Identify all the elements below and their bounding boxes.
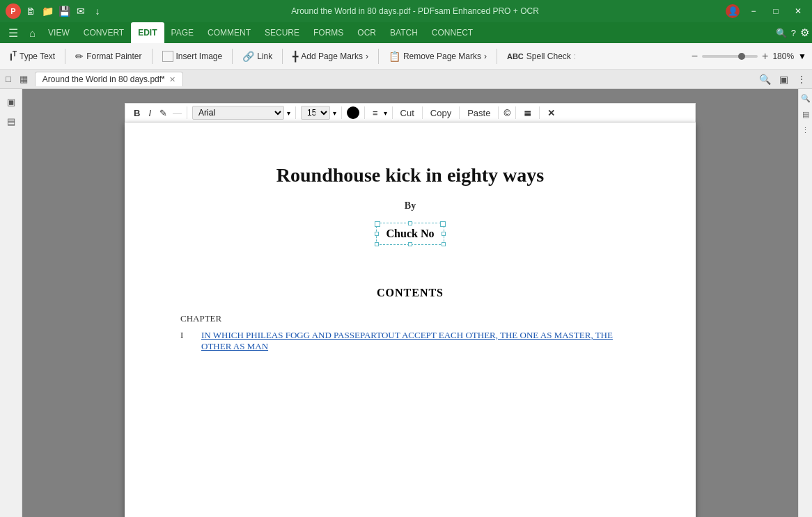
search-icon[interactable]: 🔍 [776,28,787,38]
close-format-bar-button[interactable]: ✕ [545,106,558,120]
doc-tab-close[interactable]: ✕ [169,75,175,84]
tab-search-icon[interactable]: 🔍 [756,72,774,86]
tab-view[interactable]: VIEW [41,22,77,43]
bookmark-panel-button[interactable]: ▤ [3,113,19,129]
page-icon[interactable]: □ [3,72,14,86]
author-container: Chuck No [180,223,640,245]
help-icon[interactable]: ? [791,28,796,38]
zoom-slider-thumb[interactable] [738,53,745,60]
left-sidebar: ▣ ▤ [0,89,22,517]
tab-comment[interactable]: COMMENT [201,22,258,43]
bold-button[interactable]: B [131,106,143,120]
size-dropdown-arrow[interactable]: ▾ [333,109,336,117]
handle-middle-left[interactable] [375,232,379,236]
zoom-plus[interactable]: + [762,50,768,63]
document-viewer: B I ✎ — Arial Times New Roman Helvetica … [22,89,798,517]
copy-button[interactable]: Copy [428,106,454,120]
tab-ocr[interactable]: OCR [350,22,383,43]
new-icon[interactable]: 🗎 [24,4,38,18]
title-bar: P 🗎 📁 💾 ✉ ↓ Around the World in 80 days.… [0,0,812,22]
save-icon[interactable]: 💾 [57,4,71,18]
text-color-button[interactable] [347,106,359,119]
home-button[interactable]: ⌂ [24,22,41,43]
tab-batch[interactable]: BATCH [383,22,425,43]
zoom-minus[interactable]: − [692,50,698,63]
tab-settings-icon[interactable]: ⋮ [794,72,809,86]
format-painter-button[interactable]: ✏ Format Painter [71,49,146,64]
handle-bottom-middle[interactable] [408,242,412,246]
tab-page[interactable]: PAGE [164,22,201,43]
handle-top-middle[interactable] [408,221,412,225]
tab-edit[interactable]: EDIT [131,22,164,43]
user-icon[interactable]: 👤 [726,4,740,18]
paste-button[interactable]: Paste [464,106,493,120]
align-dropdown-arrow[interactable]: ▾ [384,109,387,117]
align-button[interactable]: ≡ [370,106,381,120]
tab-right-icons: 🔍 ▣ ⋮ [756,72,809,86]
add-page-marks-button[interactable]: ╋ Add Page Marks › [288,49,373,64]
insert-image-icon [162,51,173,62]
fmt-sep2 [295,106,296,119]
chapter-link-1[interactable]: IN WHICH PHILEAS FOGG AND PASSEPARTOUT A… [201,330,640,352]
tab-panel-icon[interactable]: ▣ [776,72,791,86]
tab-convert[interactable]: CONVERT [77,22,131,43]
tab-secure[interactable]: SECURE [258,22,306,43]
fmt-sep9 [515,106,516,119]
font-size-select[interactable]: 15 12 14 16 18 [301,106,330,120]
link-label: Link [257,51,272,61]
cut-button[interactable]: Cut [398,106,417,120]
remove-page-marks-arrow: › [484,51,487,61]
format-toolbar: B I ✎ — Arial Times New Roman Helvetica … [125,103,696,122]
link-button[interactable]: 🔗 Link [238,49,276,64]
maximize-button[interactable]: □ [767,3,784,19]
tab-left-icons: □ ▦ [3,72,31,86]
spell-check-button[interactable]: ABC Spell Check : [503,49,580,63]
underline-button[interactable]: ✎ [157,106,170,120]
thumbnail-panel-button[interactable]: ▣ [3,93,19,110]
app-title: Around the World in 80 days.pdf - PDFsam… [109,6,721,16]
hamburger-menu[interactable]: ☰ [3,22,24,43]
doc-tab-label: Around the World in 80 days.pdf* [42,74,165,84]
tab-connect[interactable]: CONNECT [425,22,480,43]
open-icon[interactable]: 📁 [40,4,54,18]
italic-button[interactable]: I [146,106,154,120]
font-dropdown-arrow[interactable]: ▾ [287,109,290,117]
fmt-sep6 [422,106,423,119]
undo-icon[interactable]: ↓ [91,4,104,18]
type-text-button[interactable]: IT Type Text [6,48,59,65]
right-search-icon[interactable]: 🔍 [799,92,812,105]
title-bar-left: P 🗎 📁 💾 ✉ ↓ [6,3,104,19]
zoom-slider[interactable] [702,55,758,58]
sep5 [378,49,379,64]
fmt-sep3 [341,106,342,119]
zoom-level: 180% [772,51,794,61]
add-page-marks-icon: ╋ [292,51,298,62]
link-icon: 🔗 [242,51,254,62]
text-selection-box[interactable]: Chuck No [376,223,445,245]
handle-bottom-right[interactable] [442,242,446,246]
minimize-button[interactable]: − [745,3,762,19]
ribbon-search: 🔍 ? ⚙ [776,22,809,43]
email-icon[interactable]: ✉ [74,4,88,18]
add-page-marks-label: Add Page Marks [301,51,363,61]
remove-page-marks-button[interactable]: 📋 Remove Page Marks › [384,49,491,64]
right-panel-icon[interactable]: ▤ [801,108,811,121]
copyright-icon[interactable]: © [503,108,510,118]
sep2 [152,49,153,64]
close-button[interactable]: ✕ [790,3,806,19]
edit-toolbar: IT Type Text ✏ Format Painter Insert Ima… [0,43,812,70]
zoom-dropdown[interactable]: ▼ [798,51,806,61]
right-settings-icon[interactable]: ⋮ [800,124,811,137]
insert-image-label: Insert Image [176,51,223,61]
doc-tab[interactable]: Around the World in 80 days.pdf* ✕ [35,72,183,86]
pages-icon[interactable]: ▦ [17,72,31,86]
settings-icon[interactable]: ⚙ [800,26,809,39]
paragraph-settings-button[interactable]: ≣ [521,106,534,120]
insert-image-button[interactable]: Insert Image [158,49,227,64]
tab-forms[interactable]: FORMS [306,22,350,43]
handle-bottom-left[interactable] [375,242,379,246]
font-family-select[interactable]: Arial Times New Roman Helvetica [192,106,284,120]
title-bar-right: 👤 − □ ✕ [726,3,806,19]
sep4 [282,49,283,64]
handle-middle-right[interactable] [442,232,446,236]
